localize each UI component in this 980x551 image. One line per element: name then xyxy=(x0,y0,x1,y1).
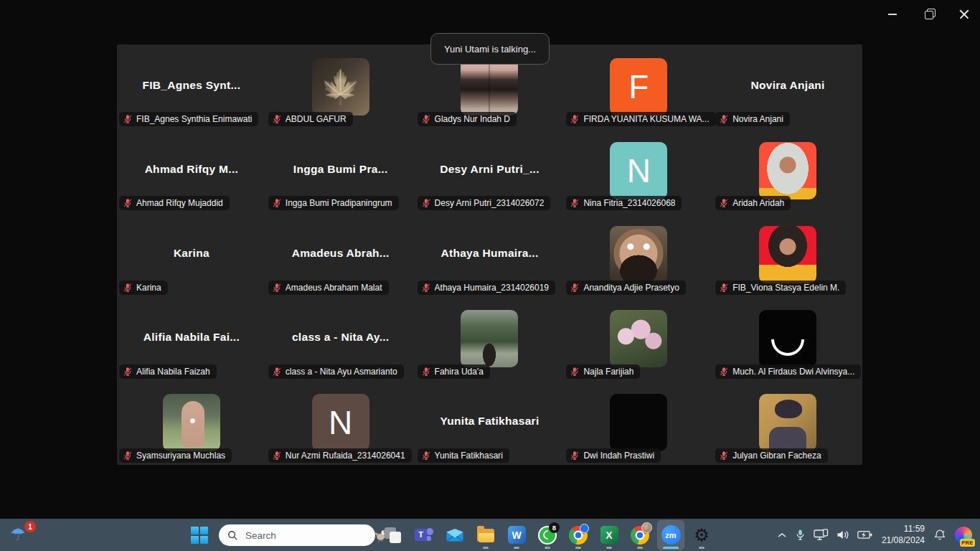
muted-mic-icon xyxy=(719,283,729,293)
participant-tile[interactable]: Much. Al Firdaus Dwi Alvinsya... xyxy=(713,297,862,381)
tray-chevron-up-icon[interactable] xyxy=(777,532,787,539)
muted-mic-icon xyxy=(421,283,431,293)
participant-tile[interactable]: Alifia Nabila Fai... Alifia Nabila Faiza… xyxy=(117,297,266,381)
participant-name-label: Syamsuriyana Muchlas xyxy=(136,451,225,461)
participant-tile[interactable]: Ingga Bumi Pra... Ingga Bumi Pradipaning… xyxy=(266,128,415,212)
tray-battery-icon[interactable] xyxy=(857,530,872,540)
talking-tooltip: Yuni Utami is talking... xyxy=(430,33,550,65)
muted-mic-icon xyxy=(123,367,133,377)
participant-tile[interactable]: Julyan Gibran Facheza xyxy=(713,381,862,465)
tray-copilot-icon[interactable]: PRE xyxy=(954,526,973,545)
participant-nameplate: Athaya Humaira_2314026019 xyxy=(418,281,555,295)
muted-mic-icon xyxy=(123,451,133,461)
muted-mic-icon xyxy=(421,114,431,124)
participant-name-label: class a - Nita Ayu Asmarianto xyxy=(286,367,397,377)
participant-display-name: Ahmad Rifqy M... xyxy=(145,163,239,179)
tray-date: 21/08/2024 xyxy=(882,535,925,547)
search-input[interactable] xyxy=(244,529,374,542)
muted-mic-icon xyxy=(123,198,133,208)
muted-mic-icon xyxy=(272,451,282,461)
participant-tile[interactable]: ABDUL GAFUR xyxy=(266,44,415,128)
taskbar-app-task-view[interactable] xyxy=(380,521,406,550)
taskbar-app-whatsapp[interactable]: 8 xyxy=(534,521,560,550)
participant-nameplate: ABDUL GAFUR xyxy=(268,112,353,126)
participant-name-label: Athaya Humaira_2314026019 xyxy=(435,283,549,293)
taskbar-app-excel[interactable]: X xyxy=(596,521,622,550)
participant-tile[interactable]: Amadeus Abrah... Amadeus Abraham Malat xyxy=(266,212,415,296)
participant-nameplate: class a - Nita Ayu Asmarianto xyxy=(268,364,404,379)
participant-grid: FIB_Agnes Synt... FIB_Agnes Synthia Enim… xyxy=(117,44,862,465)
participant-name-label: Karina xyxy=(136,283,161,293)
tray-mic-icon[interactable] xyxy=(795,529,806,541)
taskbar-app-mail[interactable] xyxy=(442,521,468,550)
participant-nameplate: Dwi Indah Prastiwi xyxy=(566,448,661,463)
participant-tile[interactable]: FIB_Agnes Synt... FIB_Agnes Synthia Enim… xyxy=(117,44,266,128)
participant-avatar: F xyxy=(610,58,667,116)
participant-tile[interactable]: Najla Farijiah xyxy=(564,297,713,381)
window-controls xyxy=(882,4,974,24)
umbrella-tray-app[interactable]: ☂ 1 xyxy=(10,522,33,547)
participant-display-name: class a - Nita Ay... xyxy=(292,331,390,347)
participant-tile[interactable]: N Nur Azmi Rufaida_2314026041 xyxy=(266,381,415,465)
participant-name-label: Much. Al Firdaus Dwi Alvinsya... xyxy=(732,367,854,377)
muted-mic-icon xyxy=(272,283,282,293)
taskbar-apps: TW8Xzm⚙ xyxy=(380,519,715,551)
svg-text:z: z xyxy=(943,529,945,534)
participant-tile[interactable]: FIB_Viona Stasya Edelin M. xyxy=(713,212,862,296)
participant-tile[interactable]: Novira Anjani Novira Anjani xyxy=(713,44,862,128)
muted-mic-icon xyxy=(570,451,580,461)
chrome-avatar-badge xyxy=(641,522,652,533)
taskbar-search[interactable] xyxy=(219,524,375,546)
participant-avatar: N xyxy=(312,394,369,451)
participant-avatar xyxy=(610,226,667,283)
participant-tile[interactable]: Desy Arni Putri_... Desy Arni Putri_2314… xyxy=(415,128,565,212)
close-button[interactable] xyxy=(954,4,974,24)
tray-notification-bell-icon[interactable]: z xyxy=(934,529,946,541)
taskbar-app-chrome-profile2[interactable] xyxy=(627,521,653,550)
participant-tile[interactable]: Fahira Uda'a xyxy=(415,297,565,381)
start-button[interactable] xyxy=(191,527,208,544)
participant-avatar: N xyxy=(610,142,667,199)
participant-tile[interactable]: Karina Karina xyxy=(117,212,266,296)
taskbar-app-zoom[interactable]: zm xyxy=(658,521,684,550)
zoom-app-icon: zm xyxy=(661,525,681,545)
participant-nameplate: Fahira Uda'a xyxy=(418,364,490,379)
tray-clock[interactable]: 11:59 21/08/2024 xyxy=(882,524,925,546)
participant-tile[interactable]: Dwi Indah Prastiwi xyxy=(564,381,713,465)
participant-avatar xyxy=(759,310,816,367)
restore-button[interactable] xyxy=(918,4,938,24)
word-icon: W xyxy=(508,526,526,544)
participant-tile[interactable]: Ananditya Adjie Prasetyo xyxy=(564,212,713,296)
running-app-indicator xyxy=(663,547,679,549)
participant-tile[interactable]: Syamsuriyana Muchlas xyxy=(117,381,266,465)
participant-tile[interactable]: F FIRDA YUANITA KUSUMA WA... xyxy=(564,44,713,128)
minimize-button[interactable] xyxy=(882,4,903,24)
participant-tile[interactable]: Aridah Aridah xyxy=(713,128,862,212)
tray-cast-display-icon[interactable] xyxy=(814,529,829,541)
participant-name-label: FIB_Agnes Synthia Enimawati xyxy=(136,114,252,124)
settings-gear-icon: ⚙ xyxy=(694,527,710,544)
participant-tile[interactable]: class a - Nita Ay... class a - Nita Ayu … xyxy=(266,297,415,381)
participant-tile[interactable]: N Nina Fitria_2314026068 xyxy=(564,128,713,212)
participant-tile[interactable]: Athaya Humaira... Athaya Humaira_2314026… xyxy=(415,212,565,296)
taskbar-app-teams[interactable]: T xyxy=(411,521,437,550)
taskbar-app-word[interactable]: W xyxy=(504,521,529,550)
muted-mic-icon xyxy=(570,367,580,377)
participant-tile[interactable]: Ahmad Rifqy M... Ahmad Rifqy Mujaddid xyxy=(117,128,266,212)
participant-name-label: FIRDA YUANITA KUSUMA WA... xyxy=(583,114,709,124)
teams-icon: T xyxy=(415,529,427,541)
participant-display-name: Ingga Bumi Pra... xyxy=(293,163,388,179)
taskbar-app-chrome-profile1[interactable] xyxy=(565,521,591,550)
taskbar-app-settings[interactable]: ⚙ xyxy=(689,521,715,550)
tray-volume-icon[interactable] xyxy=(837,529,849,540)
participant-tile[interactable]: Yunita Fatikhasari Yunita Fatikhasari xyxy=(415,381,565,465)
zoom-meeting-window: FIB_Agnes Synt... FIB_Agnes Synthia Enim… xyxy=(117,44,862,465)
participant-name-label: Nina Fitria_2314026068 xyxy=(583,198,675,208)
muted-mic-icon xyxy=(719,367,729,377)
muted-mic-icon xyxy=(272,367,282,377)
participant-name-label: Julyan Gibran Facheza xyxy=(732,451,821,461)
participant-display-name: Amadeus Abrah... xyxy=(292,247,390,263)
participant-nameplate: Much. Al Firdaus Dwi Alvinsya... xyxy=(715,364,861,379)
taskbar-app-file-explorer[interactable] xyxy=(473,521,499,550)
participant-nameplate: Syamsuriyana Muchlas xyxy=(119,448,232,463)
